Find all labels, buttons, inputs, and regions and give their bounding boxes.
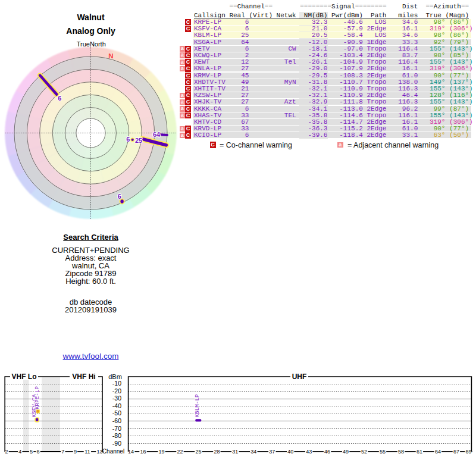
svg-text:46: 46: [324, 449, 330, 455]
svg-text:-40: -40: [112, 402, 121, 409]
svg-text:-80: -80: [112, 432, 121, 439]
svg-text:-90: -90: [112, 440, 121, 447]
svg-text:49: 49: [343, 449, 349, 455]
svg-text:dBm: dBm: [108, 373, 122, 380]
svg-text:-50: -50: [112, 409, 121, 417]
svg-text:11: 11: [84, 449, 90, 455]
svg-text:4: 4: [18, 449, 21, 455]
svg-text:43: 43: [306, 449, 312, 455]
svg-text:69: 69: [465, 449, 471, 455]
svg-text:16: 16: [140, 449, 146, 455]
svg-text:-10: -10: [112, 380, 121, 387]
svg-text:14: 14: [128, 449, 134, 455]
svg-text:61: 61: [416, 449, 422, 455]
svg-text:28: 28: [214, 449, 220, 455]
svg-text:VHF Hi: VHF Hi: [72, 373, 95, 381]
svg-text:67: 67: [453, 449, 459, 455]
svg-text:25: 25: [195, 449, 201, 455]
svg-text:-20: -20: [112, 387, 121, 395]
svg-text:Channel: Channel: [102, 448, 124, 455]
svg-text:2: 2: [5, 449, 8, 455]
svg-text:KRPE-LP: KRPE-LP: [34, 386, 40, 409]
svg-text:34: 34: [250, 449, 256, 455]
svg-text:64: 64: [435, 449, 441, 455]
svg-text:19: 19: [158, 449, 164, 455]
svg-text:55: 55: [380, 449, 386, 455]
svg-text:6: 6: [36, 449, 39, 455]
svg-text:-70: -70: [112, 425, 121, 432]
svg-text:7: 7: [61, 449, 64, 455]
svg-text:40: 40: [287, 449, 293, 455]
svg-text:22: 22: [177, 449, 183, 455]
svg-text:KBLM-LP: KBLM-LP: [194, 394, 201, 417]
svg-text:UHF: UHF: [292, 373, 307, 381]
svg-text:9: 9: [74, 449, 77, 455]
svg-text:VHF Lo: VHF Lo: [12, 373, 37, 381]
svg-text:58: 58: [398, 449, 404, 455]
svg-text:37: 37: [269, 449, 275, 455]
svg-text:52: 52: [361, 449, 367, 455]
svg-text:5: 5: [30, 449, 33, 455]
svg-text:-60: -60: [112, 417, 121, 424]
svg-text:31: 31: [232, 449, 238, 455]
svg-text:-30: -30: [112, 395, 121, 402]
